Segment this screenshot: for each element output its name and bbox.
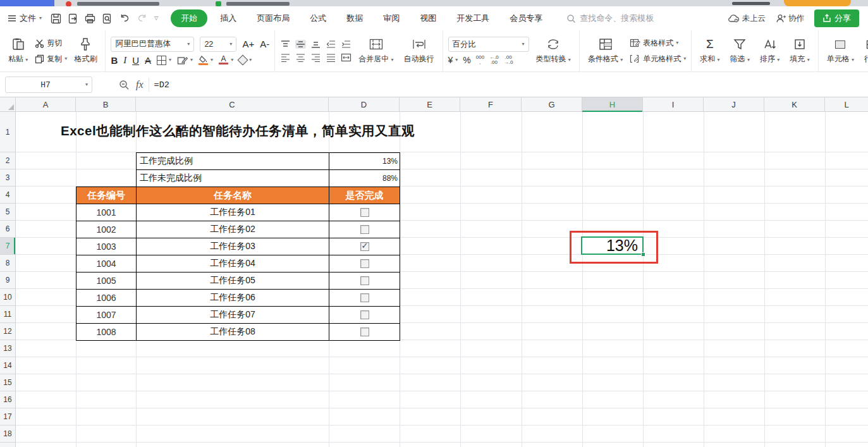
task-id-cell[interactable]: 1001 (76, 204, 137, 221)
share-button[interactable]: 分享 (814, 9, 859, 27)
task-checkbox[interactable] (360, 208, 369, 217)
fill-color-button[interactable]: ▾ (199, 56, 213, 65)
row-header-11[interactable]: 11 (0, 306, 15, 323)
strikethrough-button[interactable]: A (145, 55, 151, 66)
copy-button[interactable]: 复制 ▾ (35, 54, 67, 64)
window-controls[interactable] (732, 2, 770, 5)
tab-review[interactable]: 审阅 (376, 9, 407, 27)
row-header-14[interactable]: 14 (0, 357, 15, 374)
active-document-tab[interactable] (226, 2, 290, 6)
tab-insert[interactable]: 插入 (212, 9, 244, 27)
row-header-6[interactable]: 6 (0, 221, 15, 238)
sort-button[interactable]: 排序 ▾ (757, 37, 783, 64)
undo-icon[interactable] (119, 14, 130, 23)
merge-center-button[interactable]: 合并居中 ▾ (355, 37, 396, 64)
task-id-cell[interactable]: 1005 (76, 272, 137, 289)
file-menu[interactable]: 文件 ▾ (0, 13, 48, 24)
row-header-12[interactable]: 12 (0, 323, 15, 340)
decrease-font-icon[interactable]: A- (260, 39, 269, 49)
align-top-button[interactable] (280, 40, 291, 49)
row-header-10[interactable]: 10 (0, 289, 15, 306)
column-header-A[interactable]: A (16, 97, 76, 112)
column-header-I[interactable]: I (643, 97, 704, 112)
row-header-17[interactable]: 17 (0, 408, 15, 426)
type-convert-button[interactable]: 类型转换 ▾ (533, 37, 574, 64)
percent-style-button[interactable]: % (463, 55, 470, 65)
task-id-cell[interactable]: 1002 (76, 221, 137, 238)
align-middle-button[interactable] (295, 40, 306, 49)
more-commands-icon[interactable]: ▽ (154, 16, 158, 21)
rows-cols-button[interactable]: 行和 (861, 37, 868, 64)
task-name-cell[interactable]: 工作任务03 (137, 238, 329, 255)
collaborate-button[interactable]: 协作 (776, 13, 804, 24)
task-name-cell[interactable]: 工作任务06 (137, 290, 329, 306)
print-preview-icon[interactable] (102, 13, 113, 24)
currency-button[interactable]: ¥▾ (448, 55, 458, 65)
column-header-B[interactable]: B (76, 97, 136, 112)
draw-border-button[interactable]: ▾ (177, 56, 193, 65)
formula-input[interactable]: =D2 (154, 80, 169, 90)
fill-button[interactable]: 填充 ▾ (786, 37, 812, 64)
print-icon[interactable] (85, 13, 95, 24)
clear-format-button[interactable]: ▾ (239, 56, 252, 64)
command-search[interactable]: 查找命令、搜索模板 (566, 13, 654, 24)
task-name-cell[interactable]: 工作任务07 (137, 307, 329, 323)
name-box[interactable]: H7 ▾ (5, 77, 92, 93)
align-right-button[interactable] (310, 53, 321, 62)
task-id-cell[interactable]: 1003 (76, 238, 137, 255)
table-style-button[interactable]: 表格样式 ▾ (630, 38, 686, 49)
task-checkbox[interactable] (360, 242, 369, 251)
row-header-3[interactable]: 3 (0, 169, 15, 187)
cell-style-button[interactable]: 单元格样式 ▾ (630, 54, 686, 64)
task-checkbox[interactable] (360, 276, 369, 285)
row-header-18[interactable]: 18 (0, 426, 15, 443)
tab-page-layout[interactable]: 页面布局 (249, 9, 297, 27)
task-checkbox[interactable] (360, 310, 369, 319)
row-header-15[interactable]: 15 (0, 374, 15, 391)
task-name-cell[interactable]: 工作任务02 (137, 221, 329, 238)
column-header-C[interactable]: C (136, 97, 329, 112)
sheet-canvas[interactable]: Excel也能制作这么酷的智能待办任务清单，简单实用又直观 工作完成比例 13%… (16, 112, 868, 447)
row-header-16[interactable]: 16 (0, 391, 15, 408)
font-size-select[interactable]: 22 ▾ (200, 37, 236, 52)
summary-value-cell[interactable]: 88% (329, 170, 400, 187)
tab-view[interactable]: 视图 (412, 9, 444, 27)
column-header-D[interactable]: D (329, 97, 400, 112)
thousands-style-button[interactable]: 000 , (476, 55, 484, 65)
row-header-9[interactable]: 9 (0, 272, 15, 289)
row-header-7[interactable]: 7 (0, 238, 15, 255)
task-checkbox[interactable] (360, 259, 369, 268)
task-id-cell[interactable]: 1008 (76, 324, 137, 340)
bold-button[interactable]: B (111, 55, 118, 66)
row-header-2[interactable]: 2 (0, 152, 15, 169)
cloud-status[interactable]: 未上云 (728, 13, 766, 24)
number-format-select[interactable]: 百分比 ▾ (448, 37, 529, 52)
column-header-K[interactable]: K (764, 97, 825, 112)
column-header-F[interactable]: F (460, 97, 522, 112)
column-header-L[interactable]: L (825, 97, 868, 112)
task-checkbox[interactable] (360, 225, 369, 234)
document-tab[interactable] (77, 2, 159, 6)
column-header-J[interactable]: J (704, 97, 764, 112)
font-name-select[interactable]: 阿里巴巴普惠体 ▾ (111, 37, 194, 52)
column-header-G[interactable]: G (522, 97, 582, 112)
row-header-5[interactable]: 5 (0, 204, 15, 221)
justify-button[interactable] (326, 53, 336, 62)
task-checkbox[interactable] (360, 293, 369, 302)
tab-developer[interactable]: 开发工具 (449, 9, 497, 27)
sheet-title-cell[interactable]: Excel也能制作这么酷的智能待办任务清单，简单实用又直观 (61, 122, 415, 140)
distributed-button[interactable] (341, 53, 351, 62)
task-id-cell[interactable]: 1006 (76, 290, 137, 306)
increase-font-icon[interactable]: A+ (242, 39, 254, 49)
increase-indent-button[interactable] (341, 40, 351, 49)
row-header-1[interactable]: 1 (0, 112, 15, 152)
insert-function-button[interactable]: fx (136, 79, 144, 90)
align-center-button[interactable] (295, 53, 306, 62)
task-checkbox[interactable] (360, 328, 369, 336)
save-icon[interactable] (51, 13, 61, 24)
member-button[interactable] (784, 0, 851, 6)
cells-button[interactable]: 单元格 ▾ (824, 37, 857, 64)
tab-home[interactable]: 开始 (171, 9, 207, 27)
decrease-decimal-button[interactable]: .00 →.0 (504, 55, 513, 65)
row-header-8[interactable]: 8 (0, 255, 15, 272)
